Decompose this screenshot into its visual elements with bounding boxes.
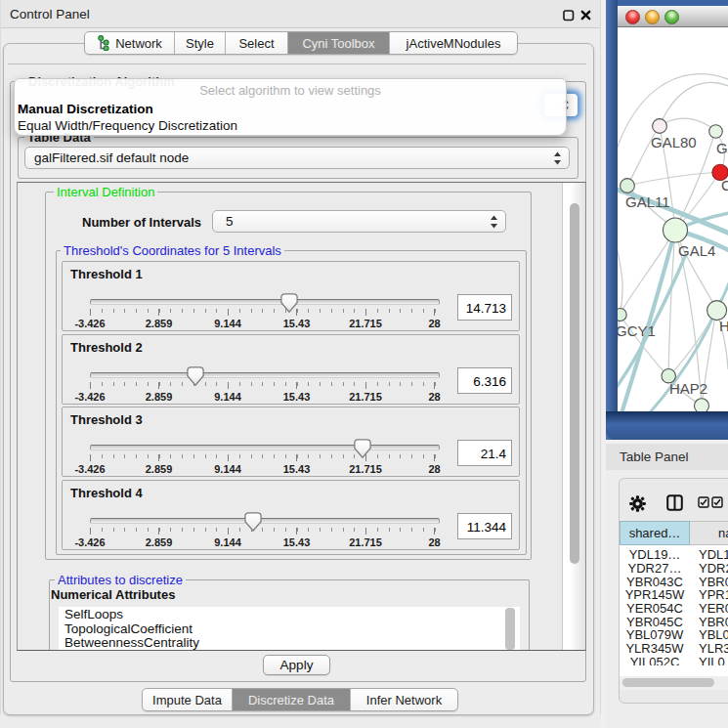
svg-text:GAL4: GAL4: [678, 242, 715, 259]
svg-text:GAL80: GAL80: [651, 134, 697, 150]
svg-text:HAP2: HAP2: [669, 380, 707, 397]
svg-text:GA: GA: [716, 140, 728, 156]
svg-text:GAL11: GAL11: [625, 193, 670, 210]
svg-text:GCY1: GCY1: [618, 322, 656, 339]
svg-text:H: H: [719, 318, 728, 334]
svg-text:C: C: [721, 177, 728, 193]
